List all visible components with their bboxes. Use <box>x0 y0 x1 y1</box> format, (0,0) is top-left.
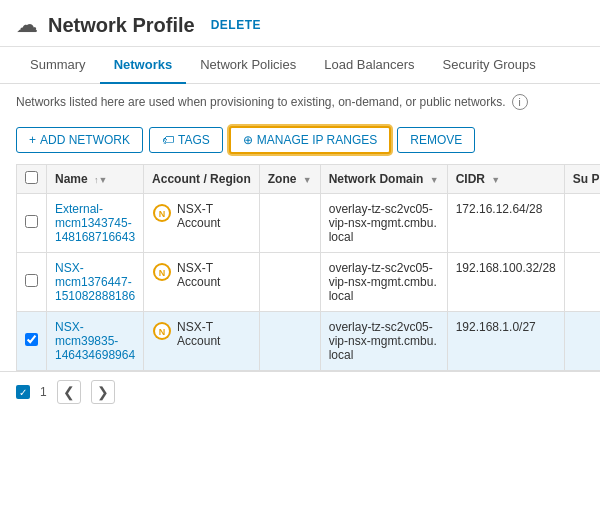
pagination-prev-button[interactable]: ❮ <box>57 380 81 404</box>
add-network-button[interactable]: + ADD NETWORK <box>16 127 143 153</box>
row3-account-cell: N NSX-T Account <box>144 312 260 371</box>
row2-domain-text: overlay-tz-sc2vc05-vip-nsx-mgmt.cmbu.loc… <box>329 261 437 303</box>
row1-zone-cell <box>259 194 320 253</box>
row3-cidr-cell: 192.168.1.0/27 <box>447 312 564 371</box>
page-header: ☁ Network Profile DELETE <box>0 0 600 47</box>
table-row: NSX-mcm1376447-151082888186 N NSX-T Acco… <box>17 253 601 312</box>
selected-check-icon: ✓ <box>16 385 30 399</box>
select-all-checkbox[interactable] <box>25 171 38 184</box>
row2-cidr-cell: 192.168.100.32/28 <box>447 253 564 312</box>
row3-zone-cell <box>259 312 320 371</box>
col-zone[interactable]: Zone ▼ <box>259 165 320 194</box>
col-name[interactable]: Name ↑▼ <box>47 165 144 194</box>
remove-label: REMOVE <box>410 133 462 147</box>
cloud-icon: ☁ <box>16 12 38 38</box>
networks-table: Name ↑▼ Account / Region Zone ▼ Network … <box>16 164 600 371</box>
row1-account-cell: N NSX-T Account <box>144 194 260 253</box>
row3-account-text: NSX-T Account <box>177 320 251 348</box>
row3-network-name[interactable]: NSX-mcm39835-146434698964 <box>55 320 135 362</box>
row1-supu-cell <box>564 194 600 253</box>
nsx-account-icon-1: N <box>152 203 172 223</box>
name-sort-icon: ↑▼ <box>94 175 107 185</box>
row3-domain-cell: overlay-tz-sc2vc05-vip-nsx-mgmt.cmbu.loc… <box>320 312 447 371</box>
row2-checkbox-cell[interactable] <box>17 253 47 312</box>
manage-ip-ranges-label: MANAGE IP RANGES <box>257 133 377 147</box>
tab-networks[interactable]: Networks <box>100 47 187 84</box>
svg-text:N: N <box>159 327 166 337</box>
row3-name-cell: NSX-mcm39835-146434698964 <box>47 312 144 371</box>
page-title: Network Profile <box>48 14 195 37</box>
row2-account-text: NSX-T Account <box>177 261 251 289</box>
row2-supu-cell <box>564 253 600 312</box>
row1-checkbox[interactable] <box>25 215 38 228</box>
remove-button[interactable]: REMOVE <box>397 127 475 153</box>
row2-zone-cell <box>259 253 320 312</box>
pagination-next-button[interactable]: ❯ <box>91 380 115 404</box>
manage-ip-ranges-button[interactable]: ⊕ MANAGE IP RANGES <box>229 126 391 154</box>
col-network-domain[interactable]: Network Domain ▼ <box>320 165 447 194</box>
row1-domain-cell: overlay-tz-sc2vc05-vip-nsx-mgmt.cmbu.loc… <box>320 194 447 253</box>
tab-network-policies[interactable]: Network Policies <box>186 47 310 84</box>
row1-account-text: NSX-T Account <box>177 202 251 230</box>
tab-security-groups[interactable]: Security Groups <box>429 47 550 84</box>
row2-cidr-text: 192.168.100.32/28 <box>456 261 556 275</box>
cidr-sort-icon: ▼ <box>491 175 500 185</box>
tab-load-balancers[interactable]: Load Balancers <box>310 47 428 84</box>
row1-network-name[interactable]: External-mcm1343745-148168716643 <box>55 202 135 244</box>
row2-account-cell: N NSX-T Account <box>144 253 260 312</box>
info-text: Networks listed here are used when provi… <box>16 95 506 109</box>
row2-checkbox[interactable] <box>25 274 38 287</box>
zone-sort-icon: ▼ <box>303 175 312 185</box>
domain-sort-icon: ▼ <box>430 175 439 185</box>
tab-summary[interactable]: Summary <box>16 47 100 84</box>
row2-name-cell: NSX-mcm1376447-151082888186 <box>47 253 144 312</box>
table-footer: ✓ 1 ❮ ❯ <box>0 371 600 412</box>
footer-count: 1 <box>40 385 47 399</box>
tags-button[interactable]: 🏷 TAGS <box>149 127 223 153</box>
networks-table-container: Name ↑▼ Account / Region Zone ▼ Network … <box>0 164 600 371</box>
select-all-header[interactable] <box>17 165 47 194</box>
row3-domain-text: overlay-tz-sc2vc05-vip-nsx-mgmt.cmbu.loc… <box>329 320 437 362</box>
nsx-account-icon-2: N <box>152 262 172 282</box>
table-row: External-mcm1343745-148168716643 N NSX-T… <box>17 194 601 253</box>
row3-checkbox-cell[interactable] <box>17 312 47 371</box>
row1-checkbox-cell[interactable] <box>17 194 47 253</box>
toolbar: + ADD NETWORK 🏷 TAGS ⊕ MANAGE IP RANGES … <box>0 120 600 164</box>
info-icon: i <box>512 94 528 110</box>
map-pin-icon: ⊕ <box>243 133 253 147</box>
row3-cidr-text: 192.168.1.0/27 <box>456 320 536 334</box>
col-su-pu: Su Pu <box>564 165 600 194</box>
row2-network-name[interactable]: NSX-mcm1376447-151082888186 <box>55 261 135 303</box>
svg-text:N: N <box>159 209 166 219</box>
svg-text:N: N <box>159 268 166 278</box>
nav-tabs: Summary Networks Network Policies Load B… <box>0 47 600 84</box>
row3-supu-cell <box>564 312 600 371</box>
tag-icon: 🏷 <box>162 133 174 147</box>
row1-domain-text: overlay-tz-sc2vc05-vip-nsx-mgmt.cmbu.loc… <box>329 202 437 244</box>
row3-checkbox[interactable] <box>25 333 38 346</box>
row1-name-cell: External-mcm1343745-148168716643 <box>47 194 144 253</box>
row2-domain-cell: overlay-tz-sc2vc05-vip-nsx-mgmt.cmbu.loc… <box>320 253 447 312</box>
col-cidr[interactable]: CIDR ▼ <box>447 165 564 194</box>
add-network-label: ADD NETWORK <box>40 133 130 147</box>
nsx-account-icon-3: N <box>152 321 172 341</box>
tags-label: TAGS <box>178 133 210 147</box>
delete-button[interactable]: DELETE <box>211 18 261 32</box>
col-account-region: Account / Region <box>144 165 260 194</box>
row1-cidr-cell: 172.16.12.64/28 <box>447 194 564 253</box>
info-bar: Networks listed here are used when provi… <box>0 84 600 120</box>
row1-cidr-text: 172.16.12.64/28 <box>456 202 543 216</box>
plus-icon: + <box>29 133 36 147</box>
table-row: NSX-mcm39835-146434698964 N NSX-T Accoun… <box>17 312 601 371</box>
